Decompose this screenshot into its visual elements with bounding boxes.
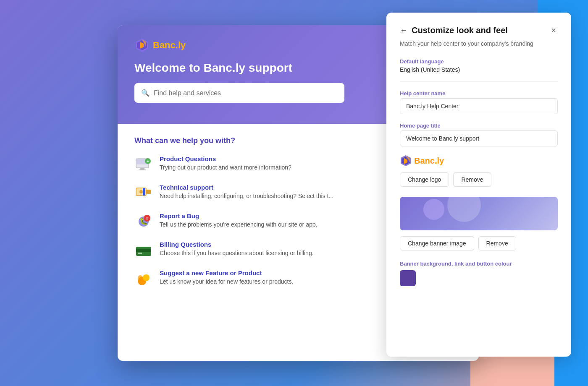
- help-item-desc: Let us know your idea for new features o…: [160, 278, 293, 285]
- panel-subtitle: Match your help center to your company's…: [400, 39, 558, 48]
- logo-text: Banc.ly: [153, 40, 186, 51]
- help-center-name-label: Help center name: [400, 90, 558, 96]
- help-item-title: Report a Bug: [160, 212, 317, 219]
- change-banner-button[interactable]: Change banner image: [400, 236, 474, 250]
- help-item-title: Suggest a new Feature or Product: [160, 269, 293, 276]
- help-item-title: Technical support: [160, 184, 333, 191]
- default-language-label: Default language: [400, 58, 558, 65]
- product-questions-icon: +: [134, 155, 153, 174]
- svg-rect-5: [139, 170, 146, 170]
- help-item-desc: Choose this if you have questions about …: [160, 250, 314, 256]
- banner-color-swatch[interactable]: [400, 270, 416, 286]
- search-icon: 🔍: [141, 89, 150, 97]
- divider: [400, 81, 558, 82]
- remove-banner-button[interactable]: Remove: [478, 236, 516, 250]
- default-language-value: English (United States): [400, 66, 558, 73]
- remove-logo-button[interactable]: Remove: [453, 172, 491, 187]
- help-item-desc: Need help installing, configuring, or tr…: [160, 193, 333, 199]
- back-button[interactable]: ←: [400, 26, 407, 35]
- help-item-title: Billing Questions: [160, 241, 314, 248]
- svg-rect-18: [138, 253, 142, 254]
- product-questions-text: Product Questions Trying out our product…: [160, 155, 291, 171]
- side-panel: ← Customize look and feel × Match your h…: [386, 13, 571, 357]
- help-item-desc: Trying out our product and want more inf…: [160, 164, 291, 171]
- logo-buttons: Change logo Remove: [400, 172, 558, 187]
- close-button[interactable]: ×: [549, 24, 558, 36]
- svg-point-10: [139, 190, 143, 193]
- svg-rect-11: [143, 188, 145, 196]
- svg-rect-9: [146, 190, 151, 194]
- report-bug-text: Report a Bug Tell us the problems you're…: [160, 212, 317, 228]
- billing-questions-icon: [134, 241, 153, 259]
- svg-point-21: [138, 275, 143, 280]
- logo-preview-text: Banc.ly: [414, 156, 444, 166]
- billing-questions-text: Billing Questions Choose this if you hav…: [160, 241, 314, 256]
- logo-preview-icon: [400, 155, 412, 167]
- technical-support-text: Technical support Need help installing, …: [160, 184, 333, 199]
- panel-header-left: ← Customize look and feel: [400, 26, 508, 35]
- svg-rect-4: [140, 168, 144, 170]
- help-center-name-input[interactable]: [400, 98, 558, 114]
- help-item-desc: Tell us the problems you're experiencing…: [160, 221, 317, 228]
- banner-preview: [400, 197, 558, 230]
- panel-header: ← Customize look and feel ×: [400, 24, 558, 36]
- search-input[interactable]: [154, 89, 338, 97]
- svg-text:+: +: [147, 159, 149, 164]
- report-bug-icon: 🐛 ×: [134, 212, 153, 231]
- technical-support-icon: [134, 184, 153, 202]
- svg-point-20: [143, 274, 150, 281]
- banner-buttons: Change banner image Remove: [400, 236, 558, 250]
- home-page-title-input[interactable]: [400, 130, 558, 146]
- svg-rect-17: [136, 249, 151, 252]
- banner-color-label: Banner background, link and button colou…: [400, 261, 558, 267]
- logo-icon: [134, 38, 150, 53]
- home-page-title-label: Home page title: [400, 123, 558, 129]
- panel-title: Customize look and feel: [412, 26, 508, 35]
- logo-preview: Banc.ly: [400, 155, 558, 167]
- search-bar[interactable]: 🔍: [134, 83, 344, 103]
- svg-text:×: ×: [145, 216, 148, 222]
- help-item-title: Product Questions: [160, 155, 291, 162]
- change-logo-button[interactable]: Change logo: [400, 172, 449, 187]
- suggest-feature-icon: [134, 269, 153, 288]
- suggest-feature-text: Suggest a new Feature or Product Let us …: [160, 269, 293, 285]
